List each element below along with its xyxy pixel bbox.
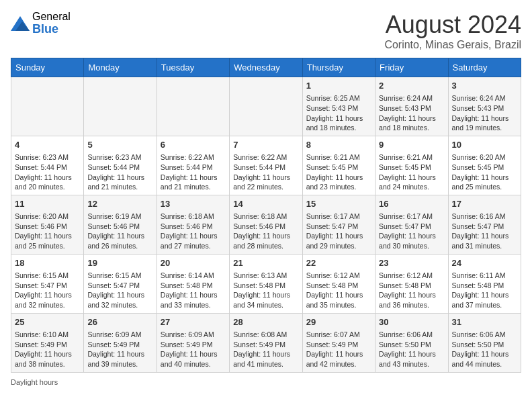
day-header-wednesday: Wednesday xyxy=(230,58,302,77)
cell-sun-info: Sunrise: 6:17 AM Sunset: 5:47 PM Dayligh… xyxy=(379,212,444,251)
day-number: 28 xyxy=(233,316,298,328)
day-number: 23 xyxy=(379,257,444,269)
day-number: 10 xyxy=(452,139,517,151)
cell-sun-info: Sunrise: 6:23 AM Sunset: 5:44 PM Dayligh… xyxy=(15,152,80,192)
day-header-tuesday: Tuesday xyxy=(157,58,229,77)
day-number: 6 xyxy=(161,139,226,151)
cell-sun-info: Sunrise: 6:12 AM Sunset: 5:48 PM Dayligh… xyxy=(379,271,444,310)
cell-sun-info: Sunrise: 6:15 AM Sunset: 5:47 PM Dayligh… xyxy=(87,271,152,310)
cell-sun-info: Sunrise: 6:11 AM Sunset: 5:48 PM Dayligh… xyxy=(452,271,517,310)
calendar-cell: 20Sunrise: 6:14 AM Sunset: 5:48 PM Dayli… xyxy=(157,254,229,313)
day-number: 13 xyxy=(161,198,226,210)
title-block: August 2024 Corinto, Minas Gerais, Brazi… xyxy=(384,11,521,51)
calendar-cell: 9Sunrise: 6:21 AM Sunset: 5:45 PM Daylig… xyxy=(375,136,448,195)
day-header-saturday: Saturday xyxy=(448,58,521,77)
calendar-cell: 16Sunrise: 6:17 AM Sunset: 5:47 PM Dayli… xyxy=(375,195,448,254)
calendar-week-2: 4Sunrise: 6:23 AM Sunset: 5:44 PM Daylig… xyxy=(11,136,521,195)
cell-sun-info: Sunrise: 6:25 AM Sunset: 5:43 PM Dayligh… xyxy=(306,93,371,133)
cell-sun-info: Sunrise: 6:15 AM Sunset: 5:47 PM Dayligh… xyxy=(15,271,80,310)
day-number: 24 xyxy=(452,257,517,269)
cell-sun-info: Sunrise: 6:22 AM Sunset: 5:44 PM Dayligh… xyxy=(161,152,226,192)
cell-sun-info: Sunrise: 6:23 AM Sunset: 5:44 PM Dayligh… xyxy=(87,152,152,192)
calendar-cell: 14Sunrise: 6:18 AM Sunset: 5:46 PM Dayli… xyxy=(230,195,302,254)
cell-sun-info: Sunrise: 6:09 AM Sunset: 5:49 PM Dayligh… xyxy=(87,330,152,369)
calendar-cell: 25Sunrise: 6:10 AM Sunset: 5:49 PM Dayli… xyxy=(11,313,84,372)
logo-icon xyxy=(11,16,30,31)
calendar-cell: 7Sunrise: 6:22 AM Sunset: 5:44 PM Daylig… xyxy=(230,136,302,195)
page-header: General Blue August 2024 Corinto, Minas … xyxy=(11,11,521,51)
calendar-cell: 22Sunrise: 6:12 AM Sunset: 5:48 PM Dayli… xyxy=(302,254,375,313)
cell-sun-info: Sunrise: 6:18 AM Sunset: 5:46 PM Dayligh… xyxy=(233,212,298,251)
calendar-cell xyxy=(157,77,229,136)
cell-sun-info: Sunrise: 6:07 AM Sunset: 5:49 PM Dayligh… xyxy=(306,330,371,369)
footer-daylight: Daylight hours xyxy=(11,378,521,386)
calendar-week-5: 25Sunrise: 6:10 AM Sunset: 5:49 PM Dayli… xyxy=(11,313,521,372)
calendar-cell: 15Sunrise: 6:17 AM Sunset: 5:47 PM Dayli… xyxy=(302,195,375,254)
calendar-cell: 13Sunrise: 6:18 AM Sunset: 5:46 PM Dayli… xyxy=(157,195,229,254)
calendar-cell: 2Sunrise: 6:24 AM Sunset: 5:43 PM Daylig… xyxy=(375,77,448,136)
calendar-title: August 2024 xyxy=(384,11,521,39)
calendar-cell: 28Sunrise: 6:08 AM Sunset: 5:49 PM Dayli… xyxy=(230,313,302,372)
calendar-week-4: 18Sunrise: 6:15 AM Sunset: 5:47 PM Dayli… xyxy=(11,254,521,313)
day-headers-row: SundayMondayTuesdayWednesdayThursdayFrid… xyxy=(11,58,521,77)
logo-blue: Blue xyxy=(32,23,71,36)
calendar-cell: 5Sunrise: 6:23 AM Sunset: 5:44 PM Daylig… xyxy=(84,136,157,195)
calendar-cell: 6Sunrise: 6:22 AM Sunset: 5:44 PM Daylig… xyxy=(157,136,229,195)
calendar-cell: 31Sunrise: 6:06 AM Sunset: 5:50 PM Dayli… xyxy=(448,313,521,372)
day-number: 11 xyxy=(15,198,80,210)
cell-sun-info: Sunrise: 6:21 AM Sunset: 5:45 PM Dayligh… xyxy=(306,152,371,192)
cell-sun-info: Sunrise: 6:16 AM Sunset: 5:47 PM Dayligh… xyxy=(452,212,517,251)
day-number: 26 xyxy=(87,316,152,328)
cell-sun-info: Sunrise: 6:12 AM Sunset: 5:48 PM Dayligh… xyxy=(306,271,371,310)
day-number: 22 xyxy=(306,257,371,269)
cell-sun-info: Sunrise: 6:19 AM Sunset: 5:46 PM Dayligh… xyxy=(87,212,152,251)
calendar-week-3: 11Sunrise: 6:20 AM Sunset: 5:46 PM Dayli… xyxy=(11,195,521,254)
cell-sun-info: Sunrise: 6:10 AM Sunset: 5:49 PM Dayligh… xyxy=(15,330,80,369)
cell-sun-info: Sunrise: 6:20 AM Sunset: 5:45 PM Dayligh… xyxy=(452,152,517,192)
location-label: Corinto, Minas Gerais, Brazil xyxy=(384,39,521,51)
calendar-cell: 4Sunrise: 6:23 AM Sunset: 5:44 PM Daylig… xyxy=(11,136,84,195)
cell-sun-info: Sunrise: 6:24 AM Sunset: 5:43 PM Dayligh… xyxy=(452,93,517,133)
cell-sun-info: Sunrise: 6:06 AM Sunset: 5:50 PM Dayligh… xyxy=(379,330,444,369)
cell-sun-info: Sunrise: 6:18 AM Sunset: 5:46 PM Dayligh… xyxy=(161,212,226,251)
cell-sun-info: Sunrise: 6:24 AM Sunset: 5:43 PM Dayligh… xyxy=(379,93,444,133)
day-number: 8 xyxy=(306,139,371,151)
day-number: 19 xyxy=(87,257,152,269)
calendar-cell: 1Sunrise: 6:25 AM Sunset: 5:43 PM Daylig… xyxy=(302,77,375,136)
day-number: 7 xyxy=(233,139,298,151)
day-number: 9 xyxy=(379,139,444,151)
calendar-cell: 29Sunrise: 6:07 AM Sunset: 5:49 PM Dayli… xyxy=(302,313,375,372)
day-number: 4 xyxy=(15,139,80,151)
day-number: 3 xyxy=(452,80,517,92)
calendar-cell: 21Sunrise: 6:13 AM Sunset: 5:48 PM Dayli… xyxy=(230,254,302,313)
day-number: 31 xyxy=(452,316,517,328)
cell-sun-info: Sunrise: 6:09 AM Sunset: 5:49 PM Dayligh… xyxy=(161,330,226,369)
calendar-cell: 12Sunrise: 6:19 AM Sunset: 5:46 PM Dayli… xyxy=(84,195,157,254)
calendar-cell: 23Sunrise: 6:12 AM Sunset: 5:48 PM Dayli… xyxy=(375,254,448,313)
day-number: 20 xyxy=(161,257,226,269)
day-number: 15 xyxy=(306,198,371,210)
cell-sun-info: Sunrise: 6:21 AM Sunset: 5:45 PM Dayligh… xyxy=(379,152,444,192)
day-number: 14 xyxy=(233,198,298,210)
day-number: 29 xyxy=(306,316,371,328)
logo-text: General Blue xyxy=(32,11,71,36)
day-number: 27 xyxy=(161,316,226,328)
calendar-cell: 3Sunrise: 6:24 AM Sunset: 5:43 PM Daylig… xyxy=(448,77,521,136)
day-header-sunday: Sunday xyxy=(11,58,84,77)
day-number: 17 xyxy=(452,198,517,210)
calendar-cell xyxy=(11,77,84,136)
cell-sun-info: Sunrise: 6:06 AM Sunset: 5:50 PM Dayligh… xyxy=(452,330,517,369)
calendar-cell xyxy=(230,77,302,136)
calendar-cell: 18Sunrise: 6:15 AM Sunset: 5:47 PM Dayli… xyxy=(11,254,84,313)
day-number: 25 xyxy=(15,316,80,328)
calendar-cell: 17Sunrise: 6:16 AM Sunset: 5:47 PM Dayli… xyxy=(448,195,521,254)
day-number: 12 xyxy=(87,198,152,210)
calendar-cell: 26Sunrise: 6:09 AM Sunset: 5:49 PM Dayli… xyxy=(84,313,157,372)
day-number: 1 xyxy=(306,80,371,92)
day-header-thursday: Thursday xyxy=(302,58,375,77)
logo-general: General xyxy=(32,11,71,23)
calendar-cell: 19Sunrise: 6:15 AM Sunset: 5:47 PM Dayli… xyxy=(84,254,157,313)
calendar-cell: 27Sunrise: 6:09 AM Sunset: 5:49 PM Dayli… xyxy=(157,313,229,372)
day-header-friday: Friday xyxy=(375,58,448,77)
calendar-cell xyxy=(84,77,157,136)
